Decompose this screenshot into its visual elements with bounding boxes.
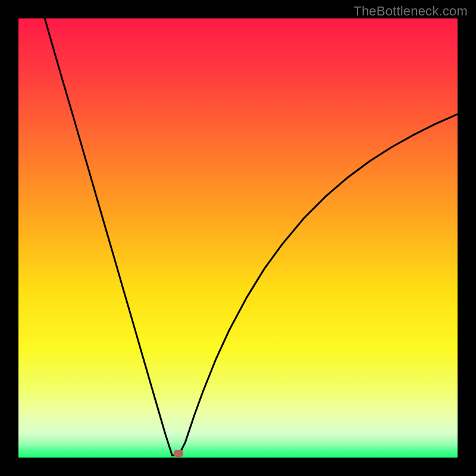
watermark-text: TheBottleneck.com: [353, 4, 468, 19]
gradient-background: [18, 18, 458, 458]
chart-frame: [18, 18, 458, 458]
optimal-point-marker: [174, 450, 183, 457]
bottleneck-chart: [18, 18, 458, 458]
